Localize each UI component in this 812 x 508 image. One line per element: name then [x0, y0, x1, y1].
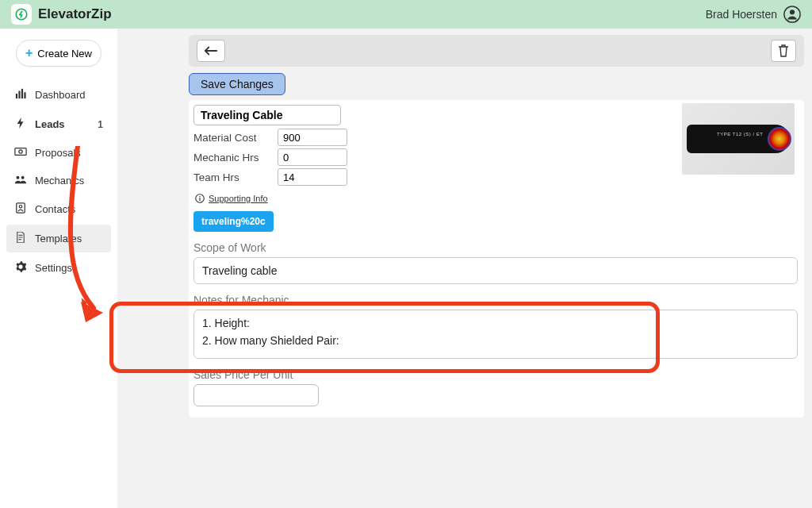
sidebar-item-label: Mechanics — [35, 175, 84, 187]
material-cost-input[interactable] — [278, 129, 347, 146]
sidebar-item-dashboard[interactable]: Dashboard — [6, 81, 111, 109]
main-content: Save Changes TYPE T12 (S) / ET Material … — [117, 29, 812, 508]
sidebar-item-proposals[interactable]: Proposals — [6, 140, 111, 166]
team-hrs-input[interactable] — [278, 168, 347, 186]
arrow-left-icon — [204, 45, 218, 56]
svg-rect-7 — [15, 148, 26, 156]
gear-icon — [14, 261, 27, 275]
svg-point-12 — [19, 206, 22, 209]
mechanic-hrs-label: Mechanic Hrs — [193, 152, 266, 164]
svg-point-14 — [199, 196, 201, 198]
search-chip[interactable]: traveling%20c — [193, 211, 274, 232]
scope-label: Scope of Work — [193, 241, 798, 254]
dashboard-icon — [14, 88, 27, 102]
notes-input[interactable]: 1. Height: 2. How many Shielded Pair: — [193, 310, 798, 359]
contact-icon — [14, 202, 27, 216]
topbar — [189, 35, 804, 67]
sidebar-item-label: Contacts — [35, 203, 75, 215]
sales-price-input[interactable] — [193, 384, 319, 406]
template-card: TYPE T12 (S) / ET Material Cost Mechanic… — [189, 100, 804, 418]
sales-price-label: Sales Price Per Unit — [193, 368, 798, 381]
header-user[interactable]: Brad Hoersten — [706, 6, 801, 23]
document-icon — [14, 232, 27, 245]
sidebar-item-label: Settings — [35, 262, 72, 274]
mechanic-hrs-input[interactable] — [278, 148, 347, 166]
header-left: ElevatorZip — [11, 4, 112, 25]
supporting-info[interactable]: Supporting Info — [195, 194, 798, 203]
sidebar-item-mechanics[interactable]: Mechanics — [6, 167, 111, 194]
app-name: ElevatorZip — [38, 6, 112, 22]
user-avatar-icon — [783, 6, 801, 23]
svg-rect-3 — [16, 94, 17, 98]
svg-rect-5 — [21, 89, 23, 98]
notes-line: 1. Height: — [202, 317, 789, 329]
team-hrs-label: Team Hrs — [193, 171, 266, 183]
save-button[interactable]: Save Changes — [189, 73, 285, 95]
supporting-info-link[interactable]: Supporting Info — [209, 194, 268, 203]
notes-line: 2. How many Shielded Pair: — [202, 334, 789, 347]
user-name: Brad Hoersten — [706, 8, 777, 21]
back-button[interactable] — [197, 40, 225, 62]
template-title-input[interactable] — [193, 105, 341, 125]
sidebar-item-templates[interactable]: Templates — [6, 225, 111, 252]
notes-label: Notes for Mechanic — [193, 294, 798, 306]
app-logo — [11, 4, 32, 25]
scope-input[interactable]: Traveling cable — [193, 257, 798, 284]
material-cost-label: Material Cost — [193, 132, 266, 144]
create-new-label: Create New — [37, 48, 92, 60]
people-icon — [14, 175, 27, 187]
sidebar-item-settings[interactable]: Settings — [6, 254, 111, 282]
sidebar-item-label: Templates — [35, 233, 82, 244]
money-icon — [14, 147, 27, 159]
svg-point-8 — [19, 150, 22, 153]
svg-point-2 — [790, 10, 795, 14]
svg-point-9 — [16, 176, 19, 179]
svg-rect-4 — [18, 91, 20, 99]
sidebar-badge: 1 — [98, 119, 103, 130]
svg-rect-15 — [199, 198, 200, 201]
bolt-icon — [14, 117, 27, 131]
trash-icon — [778, 44, 789, 57]
sidebar-item-label: Dashboard — [35, 89, 86, 101]
sidebar: + Create New Dashboard Leads 1 Proposals… — [0, 29, 117, 508]
delete-button[interactable] — [771, 40, 796, 62]
info-icon — [195, 194, 205, 203]
svg-rect-6 — [24, 92, 25, 98]
create-new-button[interactable]: + Create New — [16, 40, 102, 67]
app-header: ElevatorZip Brad Hoersten — [0, 0, 812, 29]
plus-icon: + — [25, 46, 33, 60]
sidebar-item-label: Leads — [35, 118, 65, 130]
sidebar-item-leads[interactable]: Leads 1 — [6, 110, 111, 138]
product-image: TYPE T12 (S) / ET — [682, 103, 795, 175]
svg-point-10 — [21, 176, 25, 179]
sidebar-item-label: Proposals — [35, 147, 81, 159]
sidebar-item-contacts[interactable]: Contacts — [6, 195, 111, 223]
